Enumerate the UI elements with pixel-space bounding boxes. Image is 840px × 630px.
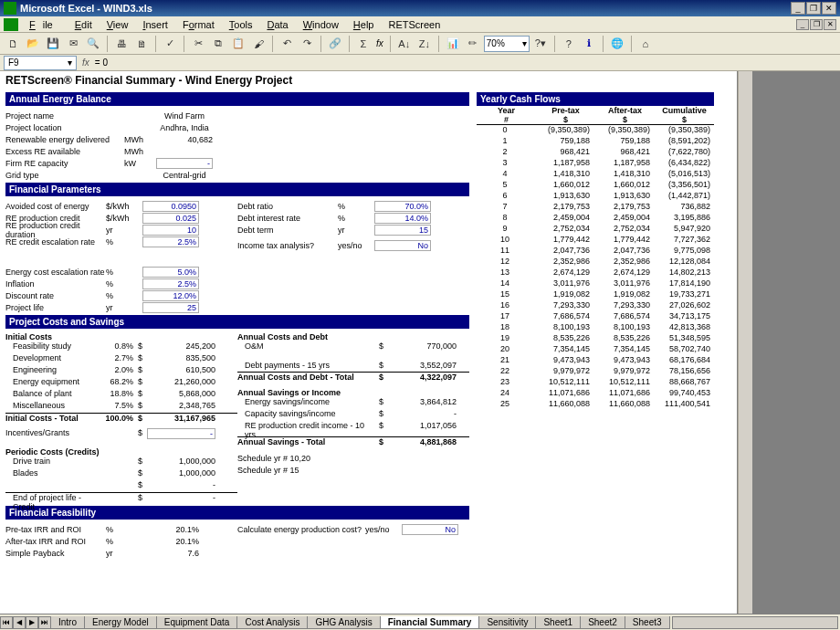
vertical-scrollbar[interactable] — [738, 71, 752, 614]
chart-wizard-icon[interactable]: 📊 — [444, 35, 462, 53]
formula-input[interactable]: = 0 — [95, 58, 108, 68]
menu-retscreen[interactable]: RETScreen — [381, 19, 447, 30]
tab-next-icon[interactable]: ▶ — [26, 616, 38, 629]
input-income-tax[interactable]: No — [374, 240, 431, 251]
section-annual-energy-balance: Annual Energy Balance — [5, 92, 469, 106]
annual-savings-header: Annual Savings or Income — [237, 388, 469, 397]
copy-icon[interactable]: ⧉ — [209, 35, 227, 53]
cf-row: 1759,188759,188(8,591,202) — [477, 136, 714, 147]
spellcheck-icon[interactable]: ✓ — [161, 35, 179, 53]
tab-intro[interactable]: Intro — [50, 616, 85, 629]
input-avoided-cost[interactable]: 0.0950 — [142, 201, 199, 212]
tab-prev-icon[interactable]: ◀ — [13, 616, 26, 629]
format-painter-icon[interactable]: 🖌 — [249, 35, 268, 53]
tab-ghg-analysis[interactable]: GHG Analysis — [307, 616, 380, 629]
redo-icon[interactable]: ↷ — [298, 35, 316, 53]
paste-icon[interactable]: 📋 — [229, 35, 247, 53]
cf-row: 207,354,1457,354,14558,702,740 — [477, 344, 714, 355]
window-controls: _ ❐ ✕ — [791, 2, 836, 15]
sort-asc-icon[interactable]: A↓ — [395, 35, 414, 53]
lbl-firm-re: Firm RE capacity — [5, 159, 124, 168]
print-icon[interactable]: 🖶 — [112, 35, 131, 53]
input-inflation[interactable]: 2.5% — [142, 278, 199, 289]
tab-financial-summary[interactable]: Financial Summary — [380, 616, 480, 629]
menu-help[interactable]: Help — [346, 19, 382, 30]
menu-window[interactable]: Window — [296, 19, 346, 30]
sort-desc-icon[interactable]: Z↓ — [415, 35, 434, 53]
menu-edit[interactable]: Edit — [68, 19, 100, 30]
drawing-icon[interactable]: ✏ — [464, 35, 482, 53]
cf-row: 51,660,0121,660,012(3,356,501) — [477, 180, 714, 191]
minimize-button[interactable]: _ — [791, 2, 805, 15]
ic-name: Balance of plant — [5, 389, 97, 401]
doc-close-button[interactable]: ✕ — [824, 19, 836, 30]
input-re-esc[interactable]: 2.5% — [142, 236, 199, 247]
fx-label: fx — [374, 38, 385, 48]
input-debt-ratio[interactable]: 70.0% — [374, 201, 431, 212]
hyperlink-icon[interactable]: 🔗 — [326, 35, 344, 53]
cut-icon[interactable]: ✂ — [189, 35, 207, 53]
horizontal-scrollbar[interactable] — [672, 616, 838, 629]
cf-row: 2968,421968,421(7,622,780) — [477, 147, 714, 158]
chevron-down-icon: ▾ — [68, 58, 72, 68]
menu-data[interactable]: Data — [259, 19, 295, 30]
doc-restore-button[interactable]: ❐ — [810, 19, 823, 30]
input-calc-epc[interactable]: No — [402, 524, 458, 535]
tab-sensitivity[interactable]: Sensitivity — [478, 616, 536, 629]
lbl-grid-type: Grid type — [5, 171, 124, 180]
search-icon[interactable]: 🔍 — [84, 35, 102, 53]
close-button[interactable]: ✕ — [822, 2, 836, 15]
home-icon[interactable]: ⌂ — [636, 35, 655, 53]
new-icon[interactable]: 🗋 — [4, 35, 22, 53]
undo-icon[interactable]: ↶ — [278, 35, 296, 53]
titlebar: Microsoft Excel - WIND3.xls _ ❐ ✕ — [0, 0, 840, 16]
menu-file[interactable]: File — [22, 19, 68, 30]
globe-icon[interactable]: 🌐 — [608, 35, 626, 53]
zoom-selector[interactable]: 70%▾ — [484, 36, 530, 52]
tab-equipment-data[interactable]: Equipment Data — [156, 616, 238, 629]
menu-view[interactable]: View — [100, 19, 136, 30]
section-financial-feasibility: Financial Feasibility — [5, 506, 469, 520]
input-energy-esc[interactable]: 5.0% — [142, 267, 199, 278]
menu-bar: File Edit View Insert Format Tools Data … — [0, 16, 840, 33]
tab-first-icon[interactable]: ⏮ — [0, 616, 13, 629]
tab-last-icon[interactable]: ⏭ — [38, 616, 51, 629]
name-box[interactable]: F9▾ — [4, 56, 77, 70]
input-debt-int[interactable]: 14.0% — [374, 213, 431, 224]
lbl-excess-re: Excess RE available — [5, 147, 124, 156]
info-icon[interactable]: ℹ — [580, 35, 598, 53]
tab-cost-analysis[interactable]: Cost Analysis — [236, 616, 308, 629]
save-icon[interactable]: 💾 — [44, 35, 62, 53]
menu-insert[interactable]: Insert — [135, 19, 175, 30]
input-debt-term[interactable]: 15 — [374, 225, 431, 236]
ic-name: Development — [5, 353, 97, 365]
cf-row: 2511,660,08811,660,088111,400,541 — [477, 399, 714, 410]
open-icon[interactable]: 📂 — [24, 35, 42, 53]
autosum-icon[interactable]: Σ — [354, 35, 373, 53]
help-icon[interactable]: ? — [560, 35, 578, 53]
input-firm-re[interactable]: - — [156, 158, 213, 169]
tab-sheet2[interactable]: Sheet2 — [580, 616, 625, 629]
input-re-credit[interactable]: 0.025 — [142, 213, 199, 224]
fx-icon[interactable]: fx — [82, 58, 89, 68]
input-incentives[interactable]: - — [147, 428, 215, 439]
input-project-life[interactable]: 25 — [142, 302, 199, 313]
mail-icon[interactable]: ✉ — [64, 35, 82, 53]
section-financial-parameters: Financial Parameters — [5, 183, 469, 196]
print-preview-icon[interactable]: 🗎 — [132, 35, 151, 53]
help-dropdown-icon[interactable]: ?▾ — [531, 35, 550, 53]
input-discount[interactable]: 12.0% — [142, 290, 199, 301]
worksheet[interactable]: RETScreen® Financial Summary - Wind Ener… — [0, 71, 738, 614]
tab-sheet1[interactable]: Sheet1 — [535, 616, 581, 629]
val-project-name: Wind Farm — [156, 111, 213, 121]
cf-row: 0(9,350,389)(9,350,389)(9,350,389) — [477, 125, 714, 136]
maximize-button[interactable]: ❐ — [806, 2, 821, 15]
menu-format[interactable]: Format — [175, 19, 222, 30]
chevron-down-icon: ▾ — [522, 38, 527, 48]
tab-nav: ⏮ ◀ ▶ ⏭ — [0, 616, 51, 629]
tab-energy-model[interactable]: Energy Model — [84, 616, 157, 629]
input-re-credit-dur[interactable]: 10 — [142, 225, 199, 236]
doc-minimize-button[interactable]: _ — [796, 19, 809, 30]
tab-sheet3[interactable]: Sheet3 — [625, 616, 670, 629]
menu-tools[interactable]: Tools — [222, 19, 260, 30]
